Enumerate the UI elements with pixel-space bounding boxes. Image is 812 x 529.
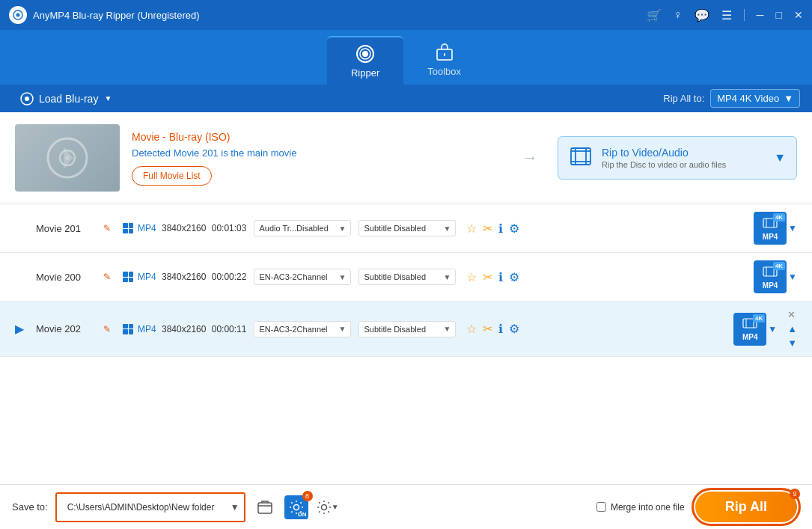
output-format-badge-wrapper: 4K MP4 ▼ <box>754 260 797 293</box>
edit-icon[interactable]: ✎ <box>103 324 111 334</box>
resolution: 3840x2160 <box>159 272 207 282</box>
output-format-badge: 4K MP4 <box>754 212 787 245</box>
close-row-icon[interactable]: ✕ <box>787 309 797 320</box>
duration: 00:00:11 <box>209 324 246 334</box>
move-down-icon[interactable]: ▼ <box>787 337 797 349</box>
navbar: Ripper Toolbox Load Blu-ray ▼ Rip All to… <box>0 30 812 112</box>
merge-label: Merge into one file <box>611 502 685 513</box>
settings-icon[interactable]: ⚙ <box>509 322 519 336</box>
format-dropdown[interactable]: MP4 4K Video ▼ <box>710 89 800 108</box>
audio-select[interactable]: EN-AC3-2Channel ▼ <box>254 321 351 337</box>
resolution: 3840x2160 <box>159 223 207 233</box>
settings-dn-button[interactable]: DN 8 <box>284 495 308 519</box>
movie-name: Movie 202 <box>36 323 96 334</box>
titlebar-controls: 🛒 ♀ 💬 ☰ ─ □ ✕ <box>647 8 803 22</box>
nav-tabs: Ripper Toolbox <box>327 36 485 85</box>
star-icon[interactable]: ☆ <box>466 221 477 236</box>
format-badge: MP4 <box>138 272 156 282</box>
audio-select[interactable]: Audio Tr...Disabled ▼ <box>254 220 351 236</box>
rip-option[interactable]: Rip to Video/Audio Rip the Disc to video… <box>558 136 797 180</box>
info-icon[interactable]: ℹ <box>498 322 503 336</box>
toolbar-right: Rip All to: MP4 4K Video ▼ <box>663 89 800 108</box>
save-path-input[interactable] <box>61 496 226 519</box>
duration: 00:00:22 <box>209 272 246 282</box>
movie-format: MP4 3840x2160 00:00:11 <box>123 324 246 334</box>
close-button[interactable]: ✕ <box>794 9 803 21</box>
divider <box>744 9 745 21</box>
output-format-badge: 4K MP4 <box>754 260 787 293</box>
row-actions: ☆ ✂ ℹ ⚙ <box>466 270 519 284</box>
duration: 00:01:03 <box>209 223 246 233</box>
play-icon[interactable]: ▶ <box>15 322 28 336</box>
star-icon[interactable]: ☆ <box>466 270 477 284</box>
mp4-label: MP4 <box>763 233 778 241</box>
load-bluray-button[interactable]: Load Blu-ray ▼ <box>12 87 119 111</box>
format-badge: MP4 <box>138 223 156 233</box>
star-icon[interactable]: ☆ <box>466 322 477 336</box>
cut-icon[interactable]: ✂ <box>483 322 492 336</box>
format-dropdown-arrow: ▼ <box>784 93 793 104</box>
menu-icon[interactable]: ☰ <box>721 8 732 22</box>
film-icon <box>123 223 133 233</box>
rip-all-button[interactable]: Rip All <box>695 492 797 522</box>
cut-icon[interactable]: ✂ <box>483 270 492 284</box>
svg-rect-26 <box>258 503 272 513</box>
settings-icon[interactable]: ⚙ <box>509 270 519 284</box>
arrow-icon: → <box>514 148 546 168</box>
subtitle-select[interactable]: Subtitle Disabled ▼ <box>358 220 456 236</box>
tab-ripper[interactable]: Ripper <box>327 36 403 85</box>
cart-icon[interactable]: 🛒 <box>647 8 662 22</box>
mp4-label: MP4 <box>763 281 778 290</box>
maximize-button[interactable]: □ <box>776 9 782 21</box>
4k-label: 4K <box>773 213 785 221</box>
cut-icon[interactable]: ✂ <box>483 221 492 236</box>
tab-ripper-label: Ripper <box>351 67 379 79</box>
rip-option-subtitle: Rip the Disc to video or audio files <box>602 160 726 169</box>
save-path-dropdown-arrow[interactable]: ▼ <box>231 502 239 513</box>
movie-name: Movie 200 <box>36 272 96 283</box>
minimize-button[interactable]: ─ <box>757 9 764 21</box>
settings-badge: 8 <box>302 491 313 501</box>
bottombar: Save to: ▼ DN 8 ▼ Merge into one file Ri… <box>0 484 812 529</box>
row-actions: ☆ ✂ ℹ ⚙ <box>466 322 519 336</box>
format-value: MP4 4K Video <box>717 93 779 104</box>
subtitle-value: Subtitle Disabled <box>364 272 426 281</box>
output-format-dropdown-arrow[interactable]: ▼ <box>788 223 797 233</box>
audio-select[interactable]: EN-AC3-2Channel ▼ <box>254 269 351 285</box>
mp4-label: MP4 <box>742 333 758 341</box>
load-dropdown-arrow[interactable]: ▼ <box>104 94 112 103</box>
rip-all-to-label: Rip All to: <box>663 93 704 104</box>
rip-all-wrapper: Rip All 9 <box>692 489 800 525</box>
edit-icon[interactable]: ✎ <box>103 223 111 233</box>
4k-label: 4K <box>773 262 785 270</box>
detected-suffix: is the main movie <box>219 147 297 159</box>
info-icon[interactable]: ℹ <box>498 221 503 236</box>
output-format-dropdown-arrow[interactable]: ▼ <box>768 324 777 334</box>
audio-dropdown-arrow: ▼ <box>339 224 347 233</box>
table-row: Movie 200 ✎ MP4 3840x2160 00:00:22 EN-AC… <box>0 253 812 302</box>
rip-option-dropdown-arrow[interactable]: ▼ <box>774 151 786 165</box>
more-settings-button[interactable]: ▼ <box>316 495 340 519</box>
detected-prefix: Detected <box>132 147 174 159</box>
move-up-icon[interactable]: ▲ <box>787 323 797 334</box>
film-icon <box>123 272 133 282</box>
audio-dropdown-arrow: ▼ <box>339 273 347 281</box>
settings-icon[interactable]: ⚙ <box>509 221 519 236</box>
bluray-thumbnail <box>15 124 120 192</box>
profile-icon[interactable]: ♀ <box>674 8 683 22</box>
full-movie-list-button[interactable]: Full Movie List <box>132 166 212 186</box>
subtitle-value: Subtitle Disabled <box>364 224 426 233</box>
output-format-badge-wrapper: 4K MP4 ▼ <box>733 313 777 346</box>
edit-icon[interactable]: ✎ <box>103 272 111 282</box>
audio-value: EN-AC3-2Channel <box>259 325 327 334</box>
subtitle-select[interactable]: Subtitle Disabled ▼ <box>358 321 456 337</box>
tab-toolbox[interactable]: Toolbox <box>403 36 485 85</box>
open-folder-button[interactable] <box>253 495 277 519</box>
info-icon[interactable]: ℹ <box>498 270 503 284</box>
output-format-badge: 4K MP4 <box>733 313 766 346</box>
subtitle-select[interactable]: Subtitle Disabled ▼ <box>358 269 456 285</box>
output-format-dropdown-arrow[interactable]: ▼ <box>788 272 797 282</box>
table-row: ▶ Movie 202 ✎ MP4 3840x2160 00:00:11 EN-… <box>0 302 812 357</box>
chat-icon[interactable]: 💬 <box>695 8 709 22</box>
merge-checkbox[interactable] <box>596 502 606 512</box>
